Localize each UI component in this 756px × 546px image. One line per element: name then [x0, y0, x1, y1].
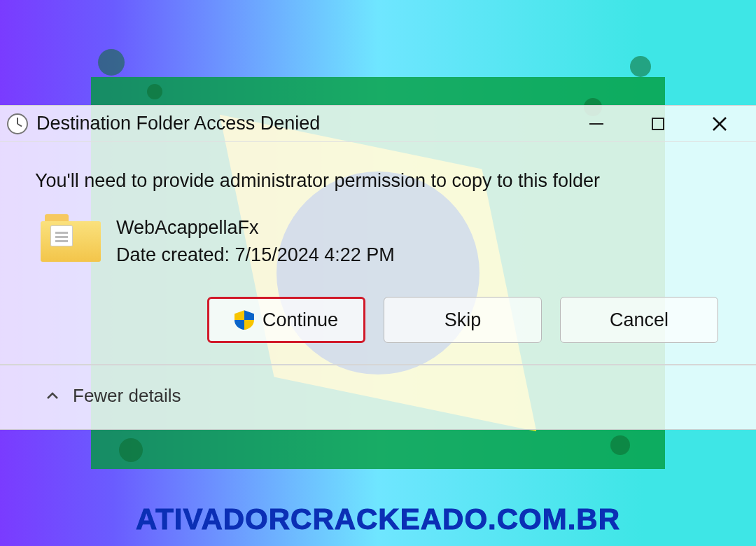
- minimize-button[interactable]: [582, 110, 610, 138]
- skip-button[interactable]: Skip: [384, 297, 542, 343]
- dialog-title: Destination Folder Access Denied: [36, 113, 582, 134]
- folder-icon: [41, 214, 101, 262]
- watermark-text: ATIVADORCRACKEADO.COM.BR: [136, 503, 620, 536]
- paint-splat: [630, 56, 651, 77]
- details-toggle-label: Fewer details: [73, 385, 181, 407]
- close-button[interactable]: [706, 110, 734, 138]
- details-toggle-row[interactable]: Fewer details: [0, 364, 756, 429]
- chevron-up-icon: [45, 388, 60, 404]
- access-denied-dialog: Destination Folder Access Denied You'll …: [0, 105, 756, 430]
- clock-icon: [7, 113, 28, 134]
- window-controls: [582, 110, 734, 138]
- maximize-button[interactable]: [644, 110, 672, 138]
- dialog-body: You'll need to provide administrator per…: [0, 142, 756, 364]
- paint-splat: [610, 435, 630, 455]
- cancel-button-label: Cancel: [610, 309, 668, 331]
- button-row: Continue Skip Cancel: [35, 297, 718, 343]
- target-folder-text: WebAcappellaFx Date created: 7/15/2024 4…: [116, 214, 395, 269]
- uac-shield-icon: [234, 310, 254, 330]
- paint-splat: [147, 84, 162, 99]
- skip-button-label: Skip: [444, 309, 482, 331]
- target-folder-date: Date created: 7/15/2024 4:22 PM: [116, 241, 395, 269]
- target-folder-name: WebAcappellaFx: [116, 214, 395, 241]
- continue-button[interactable]: Continue: [207, 297, 365, 343]
- permission-message: You'll need to provide administrator per…: [35, 170, 721, 192]
- cancel-button[interactable]: Cancel: [560, 297, 718, 343]
- continue-button-label: Continue: [262, 309, 338, 331]
- target-folder-row: WebAcappellaFx Date created: 7/15/2024 4…: [41, 214, 721, 269]
- paint-splat: [119, 438, 143, 462]
- dialog-titlebar: Destination Folder Access Denied: [0, 106, 756, 142]
- svg-rect-1: [652, 118, 664, 130]
- paint-splat: [98, 49, 125, 76]
